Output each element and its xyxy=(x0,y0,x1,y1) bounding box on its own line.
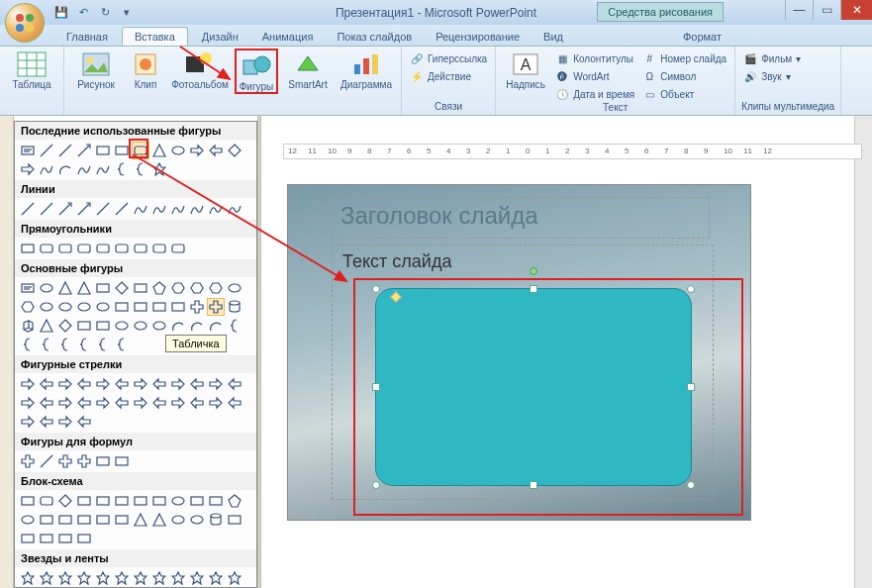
datetime-button[interactable]: 🕔Дата и время xyxy=(553,86,636,102)
shape-option[interactable] xyxy=(38,336,55,353)
shape-option[interactable] xyxy=(19,492,37,510)
shape-option[interactable] xyxy=(188,200,206,218)
shape-option[interactable] xyxy=(38,375,55,393)
shape-option[interactable] xyxy=(19,413,37,431)
shape-option[interactable] xyxy=(188,279,206,297)
shape-option[interactable] xyxy=(169,298,187,316)
chart-button[interactable]: Диаграмма xyxy=(338,49,395,90)
shape-option[interactable] xyxy=(38,298,55,316)
shape-option[interactable] xyxy=(113,511,131,529)
shape-option[interactable] xyxy=(207,492,225,510)
shape-option[interactable] xyxy=(132,375,149,393)
shape-option[interactable] xyxy=(226,279,243,297)
tab-view[interactable]: Вид xyxy=(532,28,575,46)
rotation-handle[interactable] xyxy=(530,267,537,275)
shape-option[interactable] xyxy=(207,569,225,587)
shape-option[interactable] xyxy=(150,492,168,510)
shape-option[interactable] xyxy=(94,298,112,316)
shape-option[interactable] xyxy=(75,375,93,393)
sound-button[interactable]: 🔊Звук▾ xyxy=(741,68,803,84)
shape-option[interactable] xyxy=(56,142,74,159)
shape-option[interactable] xyxy=(56,240,74,257)
shape-option[interactable] xyxy=(56,413,74,431)
shape-option[interactable] xyxy=(56,279,74,297)
object-button[interactable]: ▭Объект xyxy=(640,86,728,102)
shape-option[interactable] xyxy=(19,452,37,470)
shape-option[interactable] xyxy=(188,317,206,335)
tab-slideshow[interactable]: Показ слайдов xyxy=(325,28,424,46)
shape-option[interactable] xyxy=(150,317,168,335)
shape-option[interactable] xyxy=(113,492,131,510)
shape-option[interactable] xyxy=(94,279,112,297)
shape-option[interactable] xyxy=(38,240,55,257)
tab-design[interactable]: Дизайн xyxy=(190,28,250,46)
shape-option[interactable] xyxy=(56,317,74,335)
shape-option[interactable] xyxy=(19,569,37,587)
shape-option[interactable] xyxy=(113,298,131,316)
shape-option[interactable] xyxy=(113,317,131,335)
picture-button[interactable]: Рисунок xyxy=(70,49,122,90)
shape-option[interactable] xyxy=(38,142,55,159)
shape-option[interactable] xyxy=(207,142,225,159)
shape-option[interactable] xyxy=(113,160,131,178)
shape-option[interactable] xyxy=(94,200,112,218)
shape-option[interactable] xyxy=(56,336,74,353)
shape-option[interactable] xyxy=(19,394,37,412)
shape-option[interactable] xyxy=(56,160,74,178)
shape-option[interactable] xyxy=(94,317,112,335)
shape-option[interactable] xyxy=(94,394,112,412)
hyperlink-button[interactable]: 🔗Гиперссылка xyxy=(408,50,489,66)
pane-splitter[interactable] xyxy=(257,116,261,588)
shape-option[interactable] xyxy=(38,530,55,547)
title-placeholder[interactable]: Заголовок слайда xyxy=(332,197,710,239)
shape-option[interactable] xyxy=(226,394,243,412)
shape-option[interactable] xyxy=(38,394,55,412)
shape-option[interactable] xyxy=(207,375,225,393)
shape-option[interactable] xyxy=(150,160,168,178)
shape-option[interactable] xyxy=(150,200,168,218)
office-button[interactable] xyxy=(5,3,45,43)
slidenumber-button[interactable]: #Номер слайда xyxy=(640,50,728,66)
shape-option[interactable] xyxy=(94,142,112,159)
shape-option[interactable] xyxy=(75,279,93,297)
slide-thumbnail-pane[interactable] xyxy=(0,116,14,588)
shape-option[interactable] xyxy=(150,279,168,297)
shape-option[interactable] xyxy=(19,336,37,353)
shapes-button[interactable]: Фигуры xyxy=(235,49,278,94)
shape-option[interactable] xyxy=(188,492,206,510)
textbox-button[interactable]: AНадпись xyxy=(502,49,549,90)
shape-option[interactable] xyxy=(132,492,149,510)
shape-option[interactable] xyxy=(75,142,93,159)
shape-option[interactable] xyxy=(19,511,37,529)
shape-option[interactable] xyxy=(150,375,168,393)
shape-option[interactable] xyxy=(94,452,112,470)
shapes-gallery[interactable]: Последние использованные фигуры Линии Пр… xyxy=(14,121,257,588)
shape-option[interactable] xyxy=(188,298,206,316)
shape-option[interactable] xyxy=(150,394,168,412)
shape-option[interactable] xyxy=(113,240,131,257)
shape-option[interactable] xyxy=(226,569,243,587)
shape-option[interactable] xyxy=(188,394,206,412)
shape-option[interactable] xyxy=(113,452,131,470)
shape-option[interactable] xyxy=(75,492,93,510)
shape-option[interactable] xyxy=(150,511,168,529)
shape-option[interactable] xyxy=(56,492,74,510)
qat-more-icon[interactable]: ▾ xyxy=(120,6,134,20)
vertical-scrollbar[interactable] xyxy=(854,116,872,588)
shape-option[interactable] xyxy=(150,569,168,587)
shape-option[interactable] xyxy=(56,200,74,218)
save-icon[interactable]: 💾 xyxy=(54,6,68,20)
shape-option[interactable] xyxy=(169,492,187,510)
shape-option[interactable] xyxy=(75,160,93,178)
shape-option[interactable] xyxy=(226,375,243,393)
shape-option[interactable] xyxy=(19,317,37,335)
slide-canvas[interactable]: Заголовок слайда Текст слайда xyxy=(287,184,751,521)
shape-option[interactable] xyxy=(113,394,131,412)
clipart-button[interactable]: Клип xyxy=(126,49,165,90)
tab-format[interactable]: Формат xyxy=(671,28,733,46)
shape-option[interactable] xyxy=(113,336,131,353)
shape-option[interactable] xyxy=(19,142,37,159)
shape-option[interactable] xyxy=(113,375,131,393)
symbol-button[interactable]: ΩСимвол xyxy=(640,68,728,84)
close-button[interactable]: ✕ xyxy=(840,0,872,20)
